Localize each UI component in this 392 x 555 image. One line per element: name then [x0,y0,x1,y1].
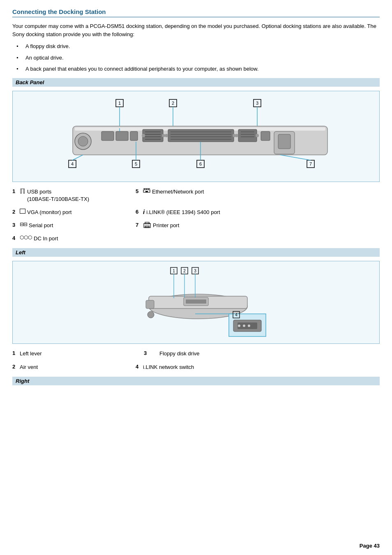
left-number-1: 1 [12,350,18,356]
svg-text:4: 4 [71,161,74,166]
port-descriptions: 1 ℿ USB ports (10BASE-T/100BASE-TX) 5 [12,188,380,243]
list-item: An optical drive. [21,54,380,62]
svg-rect-14 [116,131,128,140]
port-row-4: 4 ⬡⬡⬡ DC In port [12,235,380,242]
port-label-vga: VGA (monitor) port [27,209,71,216]
port-number-3: 3 [12,222,18,228]
right-panel-section: Right [12,377,380,385]
left-item-floppy: 3 Floppy disk drive [144,350,226,357]
left-label-floppy: Floppy disk drive [159,350,200,357]
svg-rect-23 [168,129,234,142]
back-panel-diagram: 1 2 3 [12,91,380,182]
left-panel-header: Left [12,248,380,257]
svg-rect-59 [145,191,148,192]
port-label-serial: Serial port [29,222,53,229]
svg-point-87 [243,325,245,327]
port-item-ethernet: 5 Ethernet/Network port [136,188,204,196]
svg-text:4: 4 [235,313,238,317]
svg-text:2: 2 [183,269,186,273]
svg-point-88 [248,325,250,327]
port-number-7: 7 [136,222,141,228]
usb-icon: ℿ [20,188,25,195]
svg-point-77 [148,311,154,318]
left-panel-diagram: 1 2 3 [12,261,380,344]
left-item-lever: 1 Left lever [12,350,127,357]
svg-point-35 [256,134,259,137]
port-item-dc: 4 ⬡⬡⬡ DC In port [12,235,127,242]
port-row-1: 1 ℿ USB ports (10BASE-T/100BASE-TX) 5 [12,188,380,203]
ethernet-icon [143,188,150,194]
port-label-printer: Printer port [153,222,179,229]
svg-text:7: 7 [309,161,312,166]
svg-rect-30 [238,129,257,142]
serial-icon: ⊟⊟ [20,222,27,227]
svg-rect-38 [278,134,291,149]
svg-point-22 [162,134,165,137]
svg-line-50 [280,155,311,160]
left-item-airvent: 2 Air vent [12,364,127,371]
page-title: Connecting the Docking Station [12,8,380,17]
svg-point-21 [142,134,145,137]
usb-sub-label: (10BASE-T/100BASE-TX) [27,196,89,202]
svg-line-47 [72,155,83,160]
port-item-serial: 3 ⊟⊟ Serial port [12,222,127,229]
port-item-usb: 1 ℿ USB ports (10BASE-T/100BASE-TX) [12,188,127,203]
port-item-vga: 2 VGA (monitor) port [12,209,127,216]
page-number: Page 43 [360,543,380,549]
intro-text: Your computer may come with a PCGA-DSM51… [12,22,380,38]
port-number-2: 2 [12,209,18,215]
bullet-list: A floppy disk drive. An optical drive. A… [21,42,380,73]
right-panel-header: Right [12,377,380,385]
svg-point-34 [235,134,238,137]
svg-rect-36 [261,131,270,140]
printer-icon [143,222,151,228]
svg-rect-61 [145,222,149,224]
svg-text:5: 5 [135,161,137,166]
port-label-ethernet: Ethernet/Network port [152,188,204,196]
svg-text:1: 1 [173,269,175,273]
left-number-3: 3 [144,350,150,356]
port-number-1: 1 [12,188,18,194]
svg-point-28 [165,134,168,137]
port-row-2: 2 VGA (monitor) port 6 i i.LINK® (IEEE 1… [12,209,380,216]
svg-text:6: 6 [199,161,202,166]
port-number-4: 4 [12,235,18,241]
svg-rect-13 [101,131,114,140]
dc-icon: ⬡⬡⬡ [20,235,32,240]
left-item-ilink-switch: 4 i.LINK network switch [136,364,194,371]
svg-rect-15 [130,131,138,140]
svg-rect-16 [143,129,163,142]
ilink-icon: i [143,209,145,215]
left-descriptions: 1 Left lever 3 Floppy disk drive 2 Air v… [12,350,380,371]
port-row-3: 3 ⊟⊟ Serial port 7 Printer port [12,222,380,229]
left-number-4: 4 [136,364,141,370]
svg-text:3: 3 [194,269,196,273]
port-number-6: 6 [136,209,141,215]
back-panel-svg: 1 2 3 [52,95,340,177]
vga-icon [20,209,25,214]
left-panel-svg: 1 2 3 [118,265,274,339]
left-port-row-2: 2 Air vent 4 i.LINK network switch [12,364,380,371]
svg-text:1: 1 [118,101,121,106]
svg-rect-85 [238,322,257,329]
left-number-2: 2 [12,364,18,370]
left-label-ilink-switch: i.LINK network switch [143,364,194,371]
port-item-printer: 7 Printer port [136,222,179,229]
left-label-airvent: Air vent [20,364,38,371]
port-label-ilink: i.LINK® (IEEE 1394) S400 port [146,209,220,216]
port-number-5: 5 [136,188,141,194]
svg-rect-79 [186,299,206,304]
svg-text:2: 2 [172,101,174,106]
svg-point-86 [238,325,240,327]
port-label-usb: USB ports (10BASE-T/100BASE-TX) [27,188,89,203]
back-panel-header: Back Panel [12,78,380,87]
left-label-lever: Left lever [20,350,42,357]
svg-point-12 [78,136,88,146]
port-item-ilink: 6 i i.LINK® (IEEE 1394) S400 port [136,209,220,216]
port-label-dc: DC In port [34,235,58,242]
left-port-row-1: 1 Left lever 3 Floppy disk drive [12,350,380,357]
left-panel-section: Left 1 2 3 [12,248,380,371]
back-panel-section: Back Panel 1 2 3 [12,78,380,243]
list-item: A back panel that enables you to connect… [21,65,380,73]
list-item: A floppy disk drive. [21,42,380,51]
